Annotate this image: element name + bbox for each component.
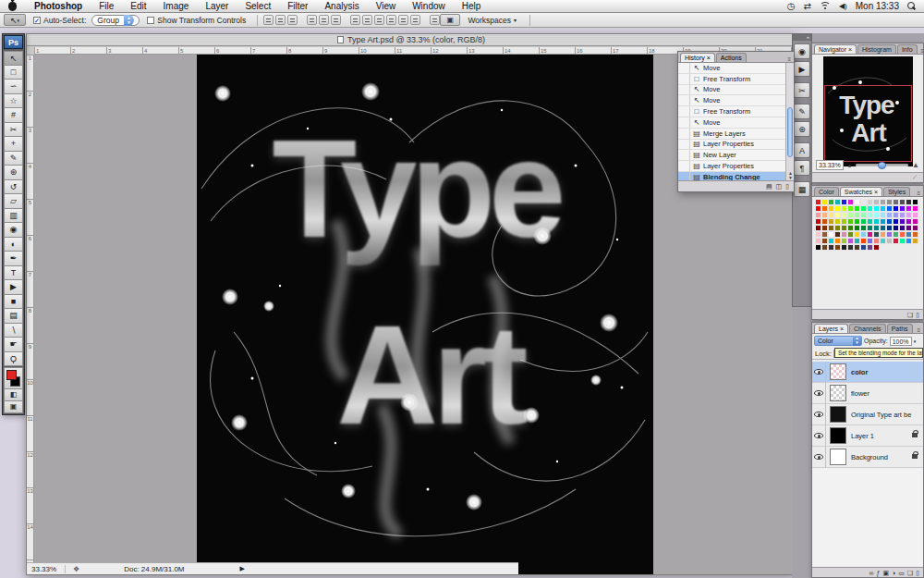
swatch[interactable] — [841, 225, 847, 231]
swatch[interactable] — [847, 212, 854, 218]
healing-brush-tool[interactable]: + — [4, 137, 23, 152]
swatch[interactable] — [841, 238, 847, 244]
swatch[interactable] — [867, 238, 873, 244]
navigator-zoom-slider[interactable] — [856, 164, 908, 166]
menu-edit[interactable]: Edit — [122, 0, 154, 12]
swatch[interactable] — [893, 238, 899, 244]
swatch[interactable] — [893, 205, 899, 212]
align-top-button[interactable] — [263, 15, 274, 25]
history-source-cell[interactable] — [678, 150, 690, 160]
distribute-horizontal-center-button[interactable] — [398, 15, 408, 25]
history-state-row[interactable]: ↖Move — [678, 117, 785, 129]
history-source-cell[interactable] — [678, 106, 690, 117]
swatch[interactable] — [867, 212, 873, 218]
new-snapshot-button[interactable]: ◫ — [776, 182, 783, 191]
swatch[interactable] — [828, 205, 834, 212]
swatch[interactable] — [828, 231, 834, 238]
swatch[interactable] — [854, 231, 860, 238]
history-source-cell[interactable] — [678, 161, 690, 171]
swatch[interactable] — [867, 205, 873, 212]
history-source-cell[interactable] — [678, 63, 690, 73]
rectangular-marquee-tool[interactable]: □ — [4, 66, 23, 80]
distribute-top-button[interactable] — [350, 15, 360, 25]
navigator-zoom-field[interactable]: 33.33% — [816, 160, 844, 170]
swatch[interactable] — [880, 218, 886, 225]
swatch[interactable] — [899, 199, 906, 205]
swatch[interactable] — [815, 218, 821, 225]
swatch[interactable] — [906, 238, 912, 244]
swatch[interactable] — [873, 231, 880, 238]
swatch[interactable] — [880, 225, 886, 231]
history-scrollbar[interactable]: ▲▼ — [785, 63, 794, 180]
swatch[interactable] — [906, 205, 912, 212]
swatch[interactable] — [899, 225, 906, 231]
swatch[interactable] — [873, 218, 880, 225]
wifi-icon[interactable] — [820, 2, 831, 10]
swatch[interactable] — [847, 231, 854, 238]
swatch[interactable] — [912, 205, 918, 212]
opacity-arrow-icon[interactable]: ▾ — [914, 338, 917, 344]
crop-tool[interactable]: # — [4, 108, 23, 123]
tab-histogram[interactable]: Histogram — [857, 44, 896, 54]
menu-file[interactable]: File — [91, 0, 122, 12]
tab-navigator[interactable]: Navigator × — [814, 44, 857, 54]
panel-menu-icon[interactable]: ≡ — [784, 56, 794, 62]
panel-menu-icon[interactable]: ≡ — [914, 191, 923, 196]
zoom-in-icon[interactable]: ▲ — [912, 161, 919, 169]
layer-row-color[interactable]: color — [812, 362, 923, 383]
layer-style-button[interactable]: ƒ — [876, 569, 880, 577]
new-layer-button[interactable]: ❏ — [907, 569, 913, 577]
eye-icon[interactable] — [814, 433, 823, 438]
swatch[interactable] — [860, 225, 867, 231]
history-state-row[interactable]: ▤Blending Change — [678, 172, 785, 180]
sync-icon[interactable]: ⇄ — [804, 1, 811, 11]
swatch[interactable] — [867, 199, 873, 205]
swatch[interactable] — [893, 225, 899, 231]
clone-source-icon[interactable]: ⊛ — [794, 121, 810, 137]
history-brush-tool[interactable]: ↺ — [4, 180, 23, 195]
swatch[interactable] — [815, 199, 821, 205]
new-group-button[interactable]: ▭ — [898, 569, 905, 577]
swatch[interactable] — [867, 225, 873, 231]
swatch[interactable] — [854, 225, 860, 231]
swatch[interactable] — [873, 238, 880, 244]
swatch[interactable] — [893, 218, 899, 225]
swatch[interactable] — [906, 231, 912, 238]
align-bottom-button[interactable] — [287, 15, 298, 25]
swatch[interactable] — [828, 218, 834, 225]
menu-image[interactable]: Image — [155, 0, 198, 12]
swatch[interactable] — [873, 199, 880, 205]
history-state-row[interactable]: □Free Transform — [678, 74, 785, 85]
swatch[interactable] — [860, 231, 867, 238]
swatch[interactable] — [834, 225, 841, 231]
history-source-cell[interactable] — [678, 117, 690, 128]
swatch[interactable] — [821, 205, 828, 212]
history-state-row[interactable]: ↖Move — [678, 85, 785, 96]
tab-color[interactable]: Color — [814, 187, 839, 196]
workspaces-dropdown[interactable]: Workspaces ▾ — [468, 16, 517, 25]
menu-clock[interactable]: Mon 13:33 — [856, 1, 899, 11]
swatch[interactable] — [815, 212, 821, 218]
tab-paths[interactable]: Paths — [887, 324, 913, 333]
new-swatch-button[interactable]: ❏ — [907, 311, 913, 319]
swatch[interactable] — [873, 244, 880, 251]
swatch[interactable] — [886, 199, 893, 205]
swatch[interactable] — [847, 218, 854, 225]
swatch[interactable] — [867, 218, 873, 225]
eye-icon[interactable] — [814, 412, 823, 417]
swatch[interactable] — [854, 212, 860, 218]
delete-swatch-button[interactable]: ▯ — [916, 311, 919, 319]
blur-tool[interactable]: ◉ — [4, 223, 23, 238]
status-zoom-field[interactable]: 33.33% — [27, 565, 66, 573]
swatch[interactable] — [828, 244, 834, 251]
layer-visibility-cell[interactable] — [812, 362, 826, 383]
swatch[interactable] — [912, 231, 918, 238]
swatch[interactable] — [886, 212, 893, 218]
swatch[interactable] — [886, 231, 893, 238]
layer-thumbnail[interactable] — [830, 427, 846, 444]
swatch[interactable] — [860, 212, 867, 218]
move-tool[interactable]: ↖ — [4, 51, 23, 66]
tab-info[interactable]: Info — [897, 44, 918, 54]
adjustment-layer-button[interactable]: ◑ — [892, 569, 895, 577]
swatch[interactable] — [867, 244, 873, 251]
